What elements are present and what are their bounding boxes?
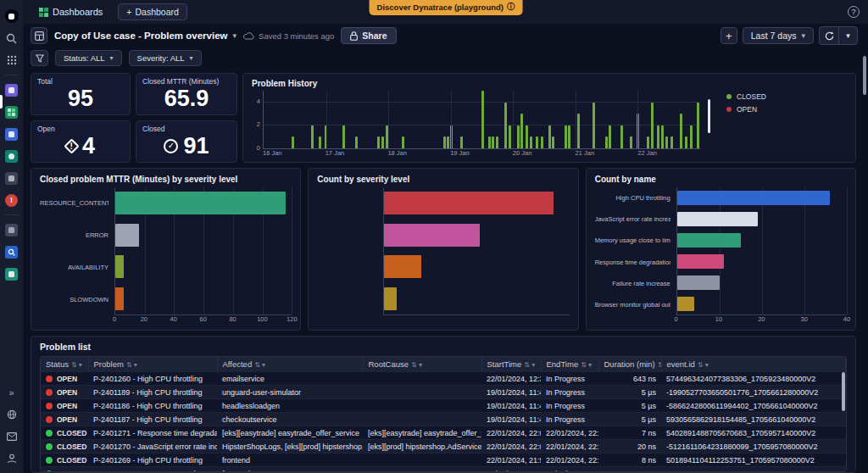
tab-dashboards[interactable]: Dashboards	[32, 4, 109, 19]
table-row[interactable]: CLOSEDP-2401269 - High CPU throttlingfro…	[41, 454, 846, 467]
history-bar[interactable]	[605, 136, 608, 148]
history-bar[interactable]	[355, 136, 358, 148]
globe-icon[interactable]	[5, 408, 19, 421]
table-row[interactable]: CLOSEDP-2401270 - JavaScript error rate …	[41, 440, 846, 454]
app-icon-dashboards[interactable]	[5, 105, 19, 119]
history-bar[interactable]	[536, 136, 538, 148]
column-header-duration-min-[interactable]: Duration (min)⇅ ▾	[598, 357, 661, 372]
column-header-event-id[interactable]: event.id⇅ ▾	[661, 357, 846, 372]
sort-icons[interactable]: ⇅ ▾	[581, 361, 592, 369]
history-bar[interactable]	[568, 125, 570, 148]
history-bar[interactable]	[541, 136, 543, 148]
bar[interactable]	[384, 255, 421, 278]
bar[interactable]	[677, 275, 720, 290]
bar[interactable]	[115, 192, 286, 214]
history-bar[interactable]	[496, 136, 498, 148]
history-bar[interactable]	[548, 125, 551, 148]
app-icon-extensions[interactable]	[5, 267, 19, 281]
app-icon-workflows[interactable]	[5, 223, 19, 236]
refresh-options-button[interactable]: ▾	[838, 27, 857, 44]
bar[interactable]	[677, 191, 830, 205]
table-row[interactable]: OPENP-2401186 - High CPU throttlingheadl…	[41, 399, 846, 413]
app-icon-query[interactable]	[5, 245, 19, 259]
sort-icons[interactable]: ⇅ ▾	[254, 361, 265, 369]
help-button[interactable]: ?	[848, 6, 860, 18]
history-bar[interactable]	[377, 136, 380, 148]
history-bar[interactable]	[552, 136, 554, 148]
dynatrace-logo-icon[interactable]	[5, 9, 19, 23]
filter-icon-button[interactable]	[31, 50, 48, 66]
history-bar[interactable]	[402, 136, 404, 148]
history-bar[interactable]	[381, 136, 384, 148]
history-bar[interactable]	[690, 125, 693, 148]
history-bar[interactable]	[665, 136, 668, 148]
history-bar[interactable]	[651, 103, 654, 148]
sort-icons[interactable]: ⇅ ▾	[71, 361, 82, 369]
history-bar[interactable]	[520, 114, 523, 148]
history-bar[interactable]	[526, 125, 528, 148]
time-range-selector[interactable]: Last 7 days ▾	[743, 27, 814, 44]
history-bar[interactable]	[460, 136, 463, 148]
column-header-affected[interactable]: Affected⇅ ▾	[217, 357, 363, 372]
app-icon-launchpads[interactable]	[5, 83, 19, 97]
column-header-rootcause[interactable]: RootCause⇅ ▾	[363, 357, 481, 372]
history-bar[interactable]	[609, 125, 611, 148]
table-row[interactable]: OPENP-2401187 - High CPU throttlingcheck…	[41, 413, 846, 426]
history-bar[interactable]	[680, 114, 682, 148]
history-bar[interactable]	[685, 136, 687, 148]
history-bar[interactable]	[630, 136, 632, 148]
page-scrollbar[interactable]	[863, 56, 866, 95]
sort-icons[interactable]: ⇅ ▾	[411, 361, 422, 369]
history-bar[interactable]	[443, 136, 446, 148]
table-row[interactable]: OPENP-2401260 - High CPU throttlingemail…	[41, 372, 846, 386]
bar[interactable]	[384, 287, 397, 310]
bar[interactable]	[115, 287, 124, 310]
playground-banner[interactable]: Discover Dynatrace (playground) ⓘ	[370, 0, 523, 15]
column-header-starttime[interactable]: StartTime⇅ ▾	[481, 357, 541, 372]
share-button[interactable]: Share	[341, 27, 396, 44]
history-scrollbar[interactable]	[708, 99, 710, 133]
app-icon-problems[interactable]: !	[5, 193, 19, 207]
history-bar[interactable]	[670, 136, 673, 148]
column-header-endtime[interactable]: EndTime⇅ ▾	[541, 357, 598, 372]
sort-icons[interactable]: ⇅ ▾	[126, 361, 137, 369]
history-bar[interactable]	[504, 103, 507, 148]
bar[interactable]	[384, 192, 554, 214]
table-row[interactable]: CLOSEDP-2401268 - Memory usage close to …	[41, 467, 846, 473]
history-bar[interactable]	[565, 125, 567, 148]
add-tile-button[interactable]: +	[721, 27, 737, 44]
bar[interactable]	[115, 224, 139, 247]
history-bar[interactable]	[311, 125, 314, 148]
history-bar[interactable]	[319, 136, 321, 148]
history-bar[interactable]	[509, 125, 511, 148]
history-bar[interactable]	[697, 103, 699, 148]
sort-icons[interactable]: ⇅ ▾	[698, 361, 709, 369]
bar[interactable]	[115, 255, 124, 278]
table-row[interactable]: CLOSEDP-2401271 - Response time degradat…	[41, 426, 846, 440]
app-icon-clouds[interactable]	[5, 149, 19, 163]
apps-grid-icon[interactable]	[5, 53, 19, 67]
sort-icons[interactable]: ⇅ ▾	[658, 361, 661, 369]
history-bar[interactable]	[292, 136, 294, 148]
status-filter[interactable]: Status: ALL ▾	[55, 50, 122, 66]
history-bar[interactable]	[657, 125, 659, 148]
history-bar[interactable]	[661, 125, 664, 148]
search-icon[interactable]	[5, 31, 19, 45]
history-bar[interactable]	[593, 103, 595, 148]
history-bar[interactable]	[647, 136, 649, 148]
bar[interactable]	[677, 233, 741, 248]
bar[interactable]	[384, 224, 480, 247]
history-bar[interactable]	[492, 136, 494, 148]
account-icon[interactable]	[5, 452, 19, 465]
history-bar[interactable]	[488, 136, 491, 148]
bar[interactable]	[677, 212, 758, 226]
app-icon-notebooks[interactable]	[5, 127, 19, 141]
legend-item[interactable]: OPEN	[726, 105, 766, 114]
dashboard-grid-icon[interactable]	[31, 27, 47, 44]
table-row[interactable]: OPENP-2401189 - High CPU throttlingungua…	[41, 386, 846, 399]
column-header-status[interactable]: Status⇅ ▾	[41, 357, 88, 372]
sort-icons[interactable]: ⇅ ▾	[524, 361, 535, 369]
history-bar[interactable]	[447, 136, 449, 148]
new-dashboard-button[interactable]: + Dashboard	[118, 3, 187, 20]
expand-sidebar-icon[interactable]: »	[5, 386, 19, 399]
